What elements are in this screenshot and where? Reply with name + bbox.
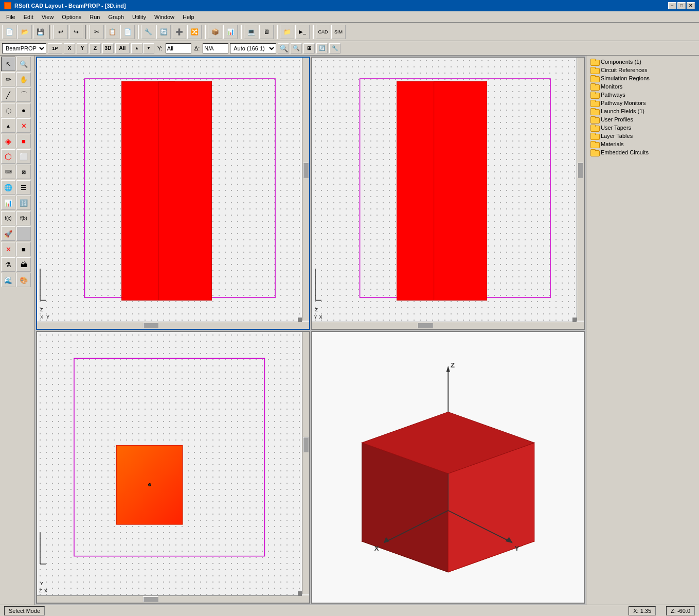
viewport-xy[interactable]: Y X Z [36,331,310,604]
zx-vthumb[interactable] [578,163,583,178]
zy-vscroll[interactable] [302,58,309,321]
view-3d-button[interactable]: 3D [102,43,114,54]
x-tool[interactable]: ✕ [16,118,31,133]
viewport-3d[interactable]: Z X Y [311,331,585,604]
arc-tool[interactable]: ◌ [1,103,15,117]
num-tool[interactable]: 🔢 [16,196,31,210]
title-bar-controls[interactable]: − □ ✕ [668,2,695,9]
pan-tool[interactable]: ✋ [16,72,31,86]
chart2-tool[interactable]: 📊 [1,196,15,210]
refresh-button[interactable]: 🔄 [156,25,171,39]
zx-hthumb[interactable] [418,323,433,328]
circle-tool[interactable]: ● [16,103,31,117]
func-tool[interactable]: f(x) [1,211,15,225]
xy-vscroll[interactable] [302,332,309,595]
delta-input[interactable] [203,43,228,54]
grid-tool[interactable]: ⊠ [16,165,31,179]
product-dropdown[interactable]: BeamPROP [2,43,46,54]
minimize-button[interactable]: − [668,2,676,9]
menu-view[interactable]: View [38,13,58,21]
zx-resize[interactable] [572,318,577,322]
rocket-tool[interactable]: 🚀 [1,226,15,241]
refresh2-button[interactable]: 🔄 [316,43,328,54]
zy-vthumb[interactable] [303,163,309,178]
list-tool[interactable]: ☰ [16,180,31,195]
tree-monitors[interactable]: Monitors [588,82,697,91]
open-button[interactable]: 📂 [17,25,32,39]
viewport-zx[interactable]: Z X Y [311,57,585,330]
menu-options[interactable]: Options [58,13,85,21]
curve-tool[interactable]: ⌒ [16,87,31,102]
rect-tool[interactable]: ⬜ [16,149,31,164]
draw-tool[interactable]: ✏ [1,72,15,86]
menu-help[interactable]: Help [178,13,199,21]
close-button[interactable]: ✕ [687,2,695,9]
view-x-button[interactable]: X [64,43,75,54]
zoom-tool[interactable]: 🔍 [16,57,31,71]
menu-window[interactable]: Window [150,13,178,21]
add-button[interactable]: ➕ [172,25,186,39]
xy-resize[interactable] [298,591,302,595]
zx-hscroll[interactable] [312,322,577,329]
tree-materials[interactable]: Materials [588,140,697,148]
tree-pathways[interactable]: Pathways [588,91,697,99]
tree-user-tapers[interactable]: User Tapers [588,124,697,132]
run-button[interactable]: 💻 [244,25,258,39]
y-input[interactable] [166,43,191,54]
square-tool[interactable]: ■ [16,134,31,148]
tree-launch-fields[interactable]: Launch Fields (1) [588,107,697,115]
triangle-tool[interactable]: ▲ [1,118,15,133]
menu-utility[interactable]: Utility [128,13,150,21]
undo-button[interactable]: ↩ [53,25,68,39]
zoom-fit-button[interactable]: ⊞ [303,43,315,54]
cad-help-button[interactable]: CAD [316,25,330,39]
copy-button[interactable]: 📋 [105,25,119,39]
sim-help-button[interactable]: SIM [331,25,346,39]
sim-button[interactable]: 🖥 [259,25,274,39]
chart-button[interactable]: 📊 [223,25,238,39]
color-tool[interactable]: 🎨 [16,273,31,287]
zoom-out-button[interactable]: 🔍 [291,43,302,54]
new-button[interactable]: 📄 [2,25,16,39]
zoom-dropdown[interactable]: Auto (166:1) [230,43,276,54]
properties-button[interactable]: 🔧 [329,43,340,54]
y-up-button[interactable]: ▲ [131,43,142,54]
zy-hscroll[interactable] [37,322,302,329]
save-button[interactable]: 💾 [33,25,47,39]
mountain-tool[interactable]: 🏔 [16,257,31,272]
select-tool[interactable]: ↖ [1,57,15,71]
shell-button[interactable]: ▶_ [295,25,310,39]
globe-tool[interactable]: 🌐 [1,180,15,195]
tree-sim-regions[interactable]: Simulation Regions [588,74,697,82]
settings-button[interactable]: 🔧 [141,25,155,39]
component-button[interactable]: 📦 [208,25,222,39]
xy-vthumb[interactable] [303,437,309,452]
wave-tool[interactable]: 🌊 [1,273,15,287]
xy-hscroll[interactable] [37,595,302,603]
folder2-button[interactable]: 📁 [280,25,294,39]
tree-embedded-circuits[interactable]: Embedded Circuits [588,148,697,156]
view-z-button[interactable]: Z [89,43,101,54]
view-y-button[interactable]: Y [77,43,88,54]
tree-pathway-monitors[interactable]: Pathway Monitors [588,99,697,107]
tree-components[interactable]: Components (1) [588,58,697,66]
diamond-tool[interactable]: ◈ [1,134,15,148]
menu-edit[interactable]: Edit [20,13,38,21]
view-all-button[interactable]: All [115,43,130,54]
cut-button[interactable]: ✂ [89,25,104,39]
menu-file[interactable]: File [2,13,20,21]
zx-vscroll[interactable] [577,58,584,321]
xy-hthumb[interactable] [143,596,158,602]
func2-tool[interactable]: f(b) [16,211,31,225]
viewport-zy[interactable]: Z Y X [36,57,310,330]
flask-tool[interactable]: ⚗ [1,257,15,272]
redo-button[interactable]: ↪ [69,25,83,39]
tree-circuit-refs[interactable]: Circuit References [588,66,697,74]
text-tool[interactable]: ⌨ [1,165,15,179]
zy-resize[interactable] [298,318,302,322]
paste-button[interactable]: 📄 [120,25,135,39]
xmark-tool[interactable]: ✕ [1,242,15,256]
menu-graph[interactable]: Graph [104,13,128,21]
zy-hthumb[interactable] [143,323,158,328]
tree-layer-tables[interactable]: Layer Tables [588,132,697,140]
